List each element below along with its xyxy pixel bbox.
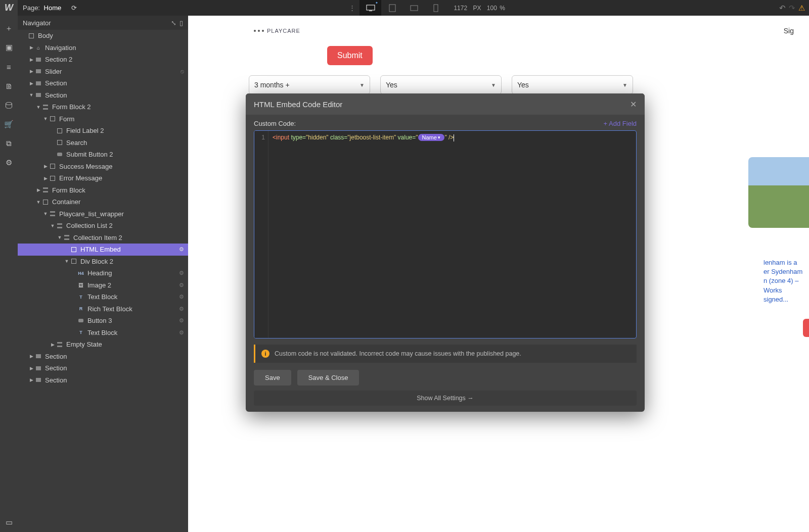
collapse-all-icon[interactable]: ⤡ [171, 19, 176, 27]
components-icon[interactable]: ▣ [0, 38, 18, 57]
tree-row[interactable]: ▼Playcare_list_wrapper [18, 208, 188, 220]
tree-row[interactable]: ▶Form Block [18, 184, 188, 197]
visibility-icon[interactable]: ⦸ [181, 68, 184, 75]
cms-icon[interactable] [0, 95, 18, 115]
tree-row[interactable]: ▶Section [18, 362, 188, 374]
svg-rect-2 [389, 5, 395, 12]
assets-icon[interactable]: ⧉ [0, 134, 18, 153]
tree-row[interactable]: ▼Collection List 2 [18, 220, 188, 232]
tree-row[interactable]: ▶Section 2 [18, 54, 188, 66]
tree-row[interactable]: ▶Section [18, 351, 188, 363]
device-tablet-icon[interactable] [381, 0, 403, 16]
tree-row[interactable]: TText Block⚙ [18, 291, 188, 303]
card-button[interactable]: Button Text [803, 319, 809, 337]
toggle-icon[interactable]: ▶ [36, 187, 41, 192]
settings-small-icon[interactable]: ⚙ [179, 329, 184, 336]
tree-row[interactable]: Search [18, 137, 188, 149]
add-field-button[interactable]: + Add Field [604, 120, 637, 127]
tree-row[interactable]: ▶Error Message [18, 172, 188, 184]
tree-row[interactable]: TText Block⚙ [18, 327, 188, 339]
save-button[interactable]: Save [254, 370, 291, 385]
tree-row[interactable]: ▶⌂Navigation [18, 42, 188, 54]
settings-icon[interactable]: ⚙ [0, 153, 18, 172]
toggle-icon[interactable]: ▶ [43, 176, 48, 181]
toggle-icon[interactable]: ▶ [29, 354, 34, 359]
toggle-icon[interactable]: ▼ [43, 116, 48, 121]
tree-row[interactable]: ▼Section [18, 89, 188, 102]
tree-row[interactable]: 🖼Image 2⚙ [18, 279, 188, 292]
code-editor[interactable]: 1 <input type="hidden" class="jetboost-l… [254, 130, 637, 338]
submit-button[interactable]: Submit [327, 46, 373, 65]
redo-icon[interactable]: ↷ [789, 4, 795, 13]
filter-select-1[interactable]: 3 months +▼ [249, 75, 370, 94]
filter-select-2[interactable]: Yes▼ [380, 75, 502, 94]
filter-select-3[interactable]: Yes▼ [512, 75, 633, 94]
tree-row[interactable]: ▼Container [18, 196, 188, 208]
toggle-icon[interactable]: ▶ [29, 45, 34, 50]
top-bar: W Page: Home ⟳ ⋮ 1172 PX 100 % ↶ ↷ ⚠ [0, 0, 809, 16]
refresh-icon[interactable]: ⟳ [66, 4, 81, 12]
settings-small-icon[interactable]: ⚙ [179, 317, 184, 324]
tree-row[interactable]: Body [18, 30, 188, 42]
settings-small-icon[interactable]: ⚙ [179, 306, 184, 312]
tree-row[interactable]: ▶Section [18, 374, 188, 386]
toggle-icon[interactable]: ▶ [29, 366, 34, 371]
toggle-icon[interactable]: ▼ [29, 92, 34, 98]
settings-small-icon[interactable]: ⚙ [179, 282, 184, 288]
toggle-icon[interactable]: ▶ [29, 69, 34, 74]
add-element-icon[interactable]: ＋ [0, 19, 18, 38]
close-icon[interactable]: ✕ [630, 100, 637, 109]
tree-row[interactable]: Button 3⚙ [18, 315, 188, 327]
settings-small-icon[interactable]: ⚙ [179, 294, 184, 300]
code-content[interactable]: <input type="hidden" class="jetboost-lis… [268, 131, 636, 338]
more-menu-icon[interactable]: ⋮ [344, 4, 359, 12]
navigator-icon[interactable]: ≡ [0, 57, 18, 76]
tree-row[interactable]: ▶Success Message [18, 161, 188, 173]
warning-icon[interactable]: ⚠ [798, 4, 805, 13]
tree-row[interactable]: ▶Section [18, 77, 188, 89]
tree-row[interactable]: HTML Embed⚙ [18, 244, 188, 256]
toggle-icon[interactable]: ▶ [43, 164, 48, 169]
toggle-icon[interactable]: ▼ [50, 223, 55, 228]
page-indicator[interactable]: Page: Home [18, 4, 66, 12]
device-tablet-landscape-icon[interactable] [403, 0, 425, 16]
video-icon[interactable]: ▭ [0, 513, 18, 532]
tree-row[interactable]: ▶Empty State [18, 338, 188, 351]
tree-label: Form [59, 115, 74, 123]
toggle-icon[interactable]: ▼ [36, 105, 41, 110]
toggle-icon[interactable]: ▼ [43, 211, 48, 216]
tree-row[interactable]: ▼Form Block 2 [18, 101, 188, 113]
settings-small-icon[interactable]: ⚙ [179, 246, 184, 253]
toggle-icon[interactable]: ▶ [29, 81, 34, 86]
navigator-tree[interactable]: Body▶⌂Navigation▶Section 2▶Slider⦸▶Secti… [18, 30, 188, 532]
toggle-icon[interactable]: ▼ [57, 235, 62, 240]
toggle-icon[interactable]: ▼ [36, 200, 41, 205]
tree-row[interactable]: H4Heading⚙ [18, 267, 188, 279]
toggle-icon[interactable]: ▼ [64, 259, 69, 264]
tree-row[interactable]: ▼Form [18, 113, 188, 125]
save-close-button[interactable]: Save & Close [297, 370, 359, 385]
show-all-settings-button[interactable]: Show All Settings → [254, 391, 637, 406]
signin-link[interactable]: Sig [784, 27, 794, 35]
panel-dock-icon[interactable]: ▯ [179, 19, 183, 27]
tree-row[interactable]: Field Label 2 [18, 125, 188, 137]
tree-row[interactable]: Submit Button 2 [18, 149, 188, 161]
col-icon [63, 234, 70, 241]
device-desktop-icon[interactable] [359, 0, 381, 16]
undo-icon[interactable]: ↶ [779, 4, 786, 13]
info-icon: i [261, 350, 269, 358]
field-pill[interactable]: Name [418, 134, 445, 141]
webflow-logo[interactable]: W [0, 0, 18, 16]
tree-row[interactable]: ▶Slider⦸ [18, 66, 188, 78]
tree-row[interactable]: RRich Text Block⚙ [18, 303, 188, 315]
pages-icon[interactable]: 🗎 [0, 76, 18, 95]
tree-label: HTML Embed [80, 246, 121, 253]
tree-row[interactable]: ▼Div Block 2 [18, 256, 188, 268]
device-phone-icon[interactable] [425, 0, 446, 16]
toggle-icon[interactable]: ▶ [29, 57, 34, 62]
toggle-icon[interactable]: ▶ [29, 377, 34, 382]
toggle-icon[interactable]: ▶ [50, 342, 55, 347]
ecommerce-icon[interactable]: 🛒 [0, 115, 18, 134]
tree-row[interactable]: ▼Collection Item 2 [18, 232, 188, 244]
settings-small-icon[interactable]: ⚙ [179, 270, 184, 276]
